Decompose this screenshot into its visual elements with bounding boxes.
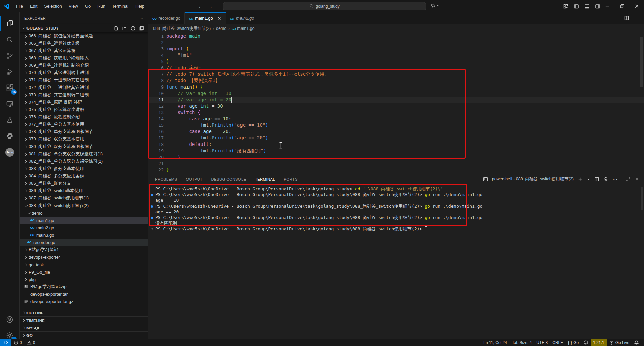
tree-item[interactable]: 074_尚硅谷_原码 反码 补码 xyxy=(20,99,148,106)
editor-scrollbar[interactable] xyxy=(640,37,643,87)
sidebar-pane-outline[interactable]: OUTLINE xyxy=(20,309,148,316)
menu-view[interactable]: View xyxy=(65,0,82,12)
sidebar-pane-go[interactable]: GO xyxy=(20,331,148,339)
chevron-down-small-button[interactable] xyxy=(587,177,590,181)
tree-item[interactable]: devops-exporter xyxy=(20,253,148,261)
tree-item[interactable]: B站go学习笔记.zip xyxy=(20,283,148,290)
explorer-more-actions-button[interactable]: ⋯ xyxy=(140,16,143,20)
tree-item[interactable]: 066_尚硅谷_运算符优先级 xyxy=(20,40,148,47)
plus-button[interactable] xyxy=(578,177,583,182)
editor-tab-main1.go[interactable]: GOmain1.go xyxy=(185,12,226,24)
tree-item[interactable]: 080_尚硅谷_双分支流程图和细节 xyxy=(20,143,148,150)
close-small-button[interactable] xyxy=(635,177,639,182)
panel-tab-debug-console[interactable]: DEBUG CONSOLE xyxy=(211,173,246,185)
layout-sidebar-left-icon[interactable] xyxy=(574,4,579,9)
activity-extensions-icon[interactable]: 10 xyxy=(0,80,19,96)
new-file-button[interactable] xyxy=(114,26,119,31)
code-editor[interactable]: 1package main23import (4 "fmt"5)6// todo… xyxy=(148,33,644,173)
tree-item[interactable]: 072_尚硅谷_二进制转其它进制 xyxy=(20,84,148,91)
tree-item[interactable]: 078_尚硅谷_单分支流程图和细节 xyxy=(20,128,148,135)
workspace-section-header[interactable]: GOLANG_STUDY xyxy=(20,24,148,32)
status-encoding[interactable]: UTF-8 xyxy=(534,339,550,346)
panel-tab-problems[interactable]: PROBLEMS xyxy=(155,173,177,185)
sidebar-pane-mysql[interactable]: MYSQL xyxy=(20,324,148,331)
tree-item[interactable]: 087_尚硅谷_switch使用细节(1) xyxy=(20,194,148,202)
tree-item[interactable]: 071_尚硅谷_十进制转其它进制 xyxy=(20,76,148,84)
expand-button[interactable] xyxy=(626,177,631,182)
tree-item[interactable]: 070_尚硅谷_其它进制转十进制 xyxy=(20,69,148,76)
breadcrumb[interactable]: 088_尚硅谷_switch使用细节(2)›demo›GOmain1.go xyxy=(148,24,644,33)
tree-item[interactable]: 075_尚硅谷_位运算深度讲解 xyxy=(20,106,148,113)
menu-go[interactable]: Go xyxy=(82,0,94,12)
layout-panel-icon[interactable] xyxy=(584,4,590,9)
tree-item[interactable]: 067_尚硅谷_其它运算符 xyxy=(20,47,148,54)
tree-item[interactable]: 082_尚硅谷_单分支双分支课堂练习(2) xyxy=(20,158,148,165)
panel-tab-ports[interactable]: PORTS xyxy=(284,173,298,185)
status-eol[interactable]: CRLF xyxy=(550,339,565,346)
command-decoration-hollow[interactable] xyxy=(151,228,153,230)
tree-item[interactable]: 086_尚硅谷_switch基本使用 xyxy=(20,187,148,194)
menu-file[interactable]: File xyxy=(13,0,26,12)
terminal-content[interactable]: PS C:\Users\wxe5szh\OneDrive - Bosch Gro… xyxy=(148,186,644,339)
menu-terminal[interactable]: Terminal xyxy=(109,0,132,12)
activity-search-icon[interactable] xyxy=(0,32,19,47)
terminal-scrollbar[interactable] xyxy=(641,187,643,210)
restore-button[interactable] xyxy=(614,0,629,12)
command-decoration-blue[interactable] xyxy=(151,217,153,219)
activity-account-icon[interactable] xyxy=(0,312,19,327)
tree-item[interactable]: 081_尚硅谷_单分支双分支课堂练习(1) xyxy=(20,150,148,158)
history-back-button[interactable]: ← xyxy=(198,3,203,9)
sidebar-pane-timeline[interactable]: TIMELINE xyxy=(20,316,148,324)
activity-json-icon[interactable]: Json xyxy=(0,145,19,160)
tree-item[interactable]: 085_尚硅谷_嵌套分支 xyxy=(20,180,148,187)
status-go-version[interactable]: 1.21.1 xyxy=(591,339,606,346)
tree-item[interactable]: 088_尚硅谷_switch使用细节(2) xyxy=(20,202,148,209)
split-editor-button[interactable] xyxy=(624,15,629,21)
tree-item[interactable]: go_task xyxy=(20,261,148,268)
menu-run[interactable]: Run xyxy=(94,0,109,12)
activity-testing-icon[interactable] xyxy=(0,112,19,128)
tree-item[interactable]: 084_尚硅谷_多分支应用案例 xyxy=(20,172,148,180)
tree-item[interactable]: 068_尚硅谷_获取用户终端输入 xyxy=(20,54,148,62)
tree-item[interactable]: GOmain3.go xyxy=(20,231,148,239)
status-warnings[interactable]: 0 xyxy=(24,339,38,346)
command-decoration-blue[interactable] xyxy=(151,205,153,208)
tree-item[interactable]: GOmain2.go xyxy=(20,224,148,231)
tree-item[interactable]: pkg xyxy=(20,276,148,283)
tree-item[interactable]: 077_尚硅谷_单分支基本使用 xyxy=(20,121,148,128)
status-notifications[interactable] xyxy=(632,339,641,346)
status-language-mode[interactable]: { }Go xyxy=(566,339,581,346)
remote-indicator[interactable] xyxy=(0,339,11,346)
tree-item[interactable]: B站go学习笔记 xyxy=(20,246,148,253)
activity-files-icon[interactable] xyxy=(0,16,19,31)
activity-python-icon[interactable] xyxy=(0,128,19,144)
menu-selection[interactable]: Selection xyxy=(41,0,65,12)
new-folder-button[interactable] xyxy=(122,26,127,31)
tree-item[interactable]: 076_尚硅谷_流程控制介绍 xyxy=(20,113,148,121)
activity-remote-explorer-icon[interactable] xyxy=(0,96,19,112)
menu-help[interactable]: Help xyxy=(132,0,148,12)
kebab-button[interactable]: ⋯ xyxy=(612,176,618,182)
trash-button[interactable] xyxy=(603,177,608,182)
menu-edit[interactable]: Edit xyxy=(26,0,41,12)
breadcrumb-item[interactable]: 088_尚硅谷_switch使用细节(2) xyxy=(153,26,211,32)
tree-item[interactable]: 079_尚硅谷_双分支基本使用 xyxy=(20,135,148,143)
tree-item[interactable]: GOmain1.go xyxy=(20,217,148,224)
refresh-button[interactable] xyxy=(130,26,136,31)
tree-item[interactable]: demo xyxy=(20,209,148,217)
kebab-button[interactable]: ⋯ xyxy=(634,15,639,21)
tree-item[interactable]: devops-exporter.tar.gz xyxy=(20,298,148,305)
editor-tab-recorder.go[interactable]: GOrecorder.go xyxy=(148,12,185,24)
tree-item[interactable]: devops-exporter.tar xyxy=(20,290,148,298)
status-errors[interactable]: 0 xyxy=(11,339,24,346)
tree-item[interactable]: 069_尚硅谷_计算机进制的介绍 xyxy=(20,62,148,69)
panel-tab-output[interactable]: OUTPUT xyxy=(186,173,202,185)
breadcrumb-item[interactable]: GOmain1.go xyxy=(232,26,255,31)
status-feedback[interactable] xyxy=(581,339,591,346)
breadcrumb-item[interactable]: demo xyxy=(216,26,226,31)
tree-item[interactable]: 083_尚硅谷_多分支基本使用 xyxy=(20,165,148,172)
activity-debug-icon[interactable] xyxy=(0,64,19,79)
command-center-search[interactable]: golang_study xyxy=(223,2,426,10)
minimize-button[interactable] xyxy=(600,0,614,12)
close-button[interactable] xyxy=(629,0,644,12)
